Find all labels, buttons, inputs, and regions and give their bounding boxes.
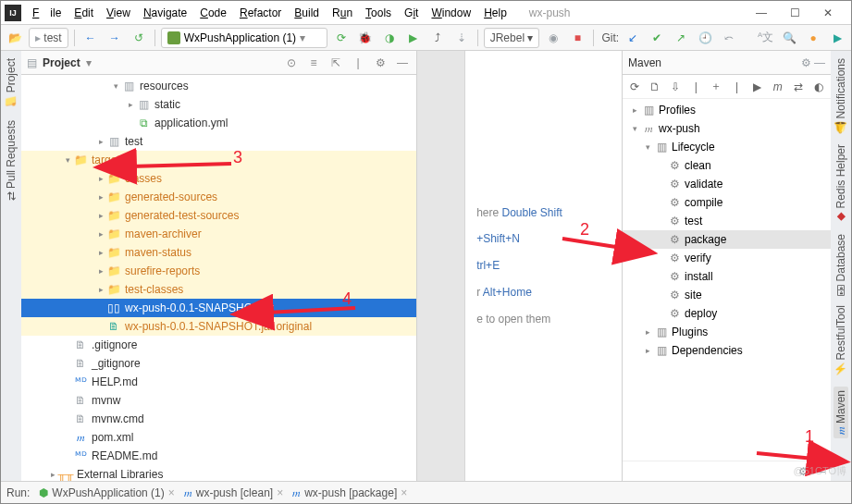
svg-line-1 (130, 164, 231, 166)
svg-line-3 (562, 239, 622, 248)
svg-line-4 (757, 453, 814, 459)
svg-line-2 (266, 308, 355, 313)
watermark: @51CTO博 (794, 464, 846, 478)
annotation-layer (0, 0, 852, 504)
